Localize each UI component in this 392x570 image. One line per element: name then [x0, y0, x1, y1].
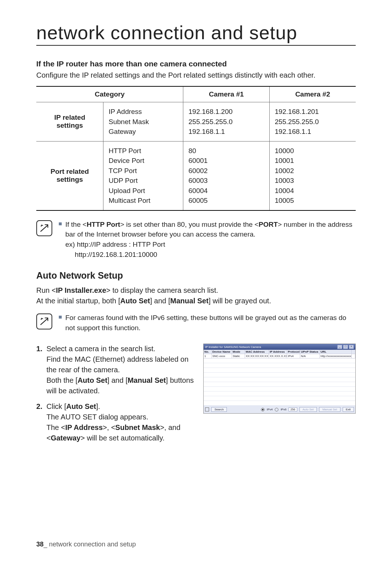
- section1-intro: Configure the IP related settings and th…: [36, 71, 356, 79]
- section2-body: Run <IP Installer.exe> to display the ca…: [36, 285, 356, 306]
- settings-table: Category Camera #1 Camera #2 IP related …: [36, 86, 356, 211]
- section2-heading: Auto Network Setup: [36, 270, 356, 281]
- steps-list: Select a camera in the search list. Find…: [36, 344, 195, 443]
- page-title: network connection and setup: [36, 22, 356, 46]
- note-block-2: For cameras found with the IPv6 setting,…: [36, 313, 356, 333]
- row-labels: HTTP Port Device Port TCP Port UDP Port …: [103, 141, 183, 210]
- row-cam1: 192.168.1.200 255.255.255.0 192.168.1.1: [183, 102, 270, 142]
- section1-heading: If the IP router has more than one camer…: [36, 60, 356, 68]
- close-icon[interactable]: ×: [349, 345, 354, 349]
- exit-button[interactable]: Exit: [343, 407, 354, 412]
- row-cam2: 10000 10001 10002 10003 10004 10005: [269, 141, 356, 210]
- scr-data-row[interactable]: 1 SNC-xxxx Static XX:XX:XX:XX:XX XX.XXX.…: [204, 354, 355, 358]
- row-labels: IP Address Subnet Mask Gateway: [103, 102, 183, 142]
- installer-screenshot: IP Installer for SAMSUNG Network Camera …: [203, 344, 356, 414]
- minimize-icon[interactable]: _: [337, 345, 342, 349]
- ipv4-radio[interactable]: [261, 408, 265, 411]
- note-icon: [36, 220, 52, 236]
- row-cam1: 80 60001 60002 60003 60004 60005: [183, 141, 270, 210]
- count-field[interactable]: 256: [289, 407, 297, 411]
- step-1: Select a camera in the search list. Find…: [36, 344, 195, 396]
- row-cat: Port related settings: [36, 141, 103, 210]
- row-cat: IP related settings: [36, 102, 103, 142]
- note-icon: [36, 313, 52, 329]
- page-footer: 38_ network connection and setup: [36, 541, 136, 548]
- select-all-checkbox[interactable]: [205, 407, 209, 411]
- scr-title: IP Installer for SAMSUNG Network Camera: [205, 345, 261, 349]
- maximize-icon[interactable]: □: [343, 345, 348, 349]
- note-block-1: If the <HTTP Port> is set other than 80,…: [36, 220, 356, 259]
- th-cam1: Camera #1: [183, 86, 270, 102]
- th-cam2: Camera #2: [269, 86, 356, 102]
- search-button[interactable]: Search: [211, 407, 227, 412]
- scr-header-row: No. Device Name Mode MAC Address IP Addr…: [204, 350, 355, 354]
- manualset-button[interactable]: Manual Set: [319, 407, 340, 412]
- table-row: Port related settings HTTP Port Device P…: [36, 141, 356, 210]
- table-row: IP related settings IP Address Subnet Ma…: [36, 102, 356, 142]
- row-cam2: 192.168.1.201 255.255.255.0 192.168.1.1: [269, 102, 356, 142]
- th-category: Category: [36, 86, 183, 102]
- note2-text: For cameras found with the IPv6 setting,…: [59, 313, 356, 333]
- note1-text: If the <HTTP Port> is set other than 80,…: [59, 220, 356, 259]
- step-2: Click [Auto Set]. The AUTO SET dialog ap…: [36, 401, 195, 443]
- ipv6-radio[interactable]: [275, 408, 278, 411]
- autoset-button[interactable]: Auto Set: [299, 407, 317, 412]
